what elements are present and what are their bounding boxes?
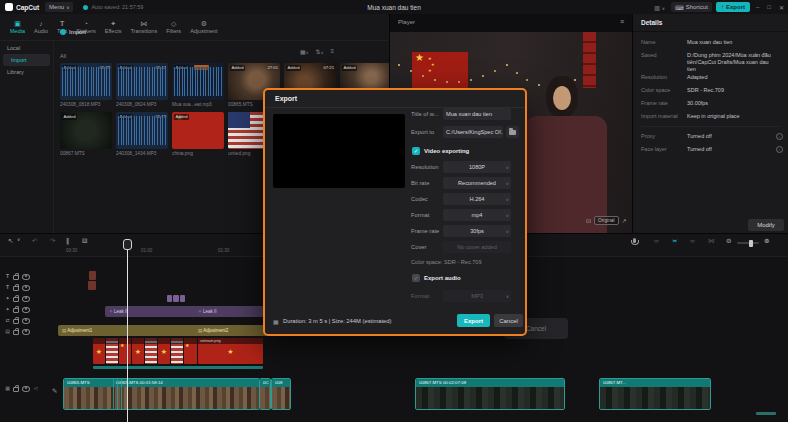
title-input[interactable]: Mua xuan dau tien xyxy=(443,108,511,120)
magnetic-snap-icon[interactable]: ≍ xyxy=(672,237,677,245)
playhead-handle[interactable] xyxy=(123,239,132,250)
video-exporting-checkbox[interactable]: ✓ xyxy=(412,147,420,155)
audio-strip[interactable] xyxy=(93,366,263,369)
link-icon[interactable]: ∞ xyxy=(654,237,659,244)
image-clip[interactable] xyxy=(158,338,170,364)
visibility-icon[interactable] xyxy=(22,329,30,335)
codec-dropdown[interactable]: H.264∨ xyxy=(443,193,511,205)
maximize-button[interactable]: □ xyxy=(765,4,773,10)
format-dropdown[interactable]: mp4∨ xyxy=(443,209,511,221)
framerate-dropdown[interactable]: 30fps∨ xyxy=(443,225,511,237)
video-clip[interactable]: 008 xyxy=(271,378,291,410)
record-voiceover-icon[interactable] xyxy=(633,238,636,243)
video-clip[interactable]: 00867.MT... xyxy=(599,378,711,410)
undo-icon[interactable]: ↶ xyxy=(32,237,37,245)
text-clip[interactable] xyxy=(88,281,96,290)
lock-icon[interactable] xyxy=(13,275,19,281)
tab-audio[interactable]: ♪Audio xyxy=(34,20,48,34)
bitrate-dropdown[interactable]: Recommended∨ xyxy=(443,177,511,189)
visibility-icon[interactable] xyxy=(22,285,30,291)
modify-button[interactable]: Modify xyxy=(748,219,784,231)
lock-icon[interactable] xyxy=(13,330,19,336)
fullscreen-icon[interactable]: ↗ xyxy=(622,217,627,224)
tab-adjustment[interactable]: ⚙Adjustment xyxy=(190,20,218,34)
image-clip[interactable] xyxy=(184,338,197,364)
export-path-input[interactable]: C:/Users/KingSpec Of... xyxy=(443,126,503,138)
layout-icon[interactable]: ▥ ∨ xyxy=(652,4,667,11)
slider-knob[interactable] xyxy=(749,240,753,247)
image-clip[interactable] xyxy=(106,338,118,364)
lock-icon[interactable] xyxy=(13,319,19,325)
player-menu-icon[interactable]: ≡ xyxy=(620,18,624,25)
lock-icon[interactable] xyxy=(13,308,19,314)
tab-media[interactable]: ▣Media xyxy=(10,20,25,34)
lock-icon[interactable] xyxy=(13,297,19,303)
lock-icon[interactable] xyxy=(13,286,19,292)
media-item[interactable]: Added Mua xua...eat.mp3 xyxy=(172,63,224,107)
auto-link-icon[interactable]: ∞ xyxy=(690,237,695,244)
tab-transitions[interactable]: ⋈Transitions xyxy=(130,20,157,34)
image-clip[interactable] xyxy=(145,338,157,364)
tab-effects[interactable]: ✦Effects xyxy=(105,20,122,34)
resolution-dropdown[interactable]: 1080P∨ xyxy=(443,161,511,173)
image-clip-vietnam[interactable]: vietnam.png xyxy=(198,338,263,364)
effect-clip[interactable] xyxy=(167,295,172,302)
minimize-button[interactable]: – xyxy=(754,4,761,10)
cover-button[interactable]: No cover added xyxy=(443,241,511,253)
export-audio-checkbox[interactable]: ✓ xyxy=(412,274,420,282)
effect-clip-leak[interactable]: ✧ Leak II xyxy=(105,306,197,317)
info-icon[interactable]: i xyxy=(776,133,783,140)
visibility-icon[interactable] xyxy=(22,386,30,392)
visibility-icon[interactable] xyxy=(22,318,30,324)
close-button[interactable]: ✕ xyxy=(777,4,786,11)
zoom-level-button[interactable]: Original xyxy=(594,216,619,225)
sidebar-item-local[interactable]: Local xyxy=(0,42,53,54)
audio-format-dropdown[interactable]: MP3∨ xyxy=(443,290,511,302)
video-clip[interactable]: 0C xyxy=(259,378,271,410)
lock-icon[interactable] xyxy=(13,387,19,393)
info-icon[interactable]: i xyxy=(776,146,783,153)
select-tool-icon[interactable]: ↖ xyxy=(8,237,13,245)
effect-clip[interactable] xyxy=(180,295,185,302)
visibility-icon[interactable] xyxy=(22,296,30,302)
timeline-zoom-slider[interactable] xyxy=(737,242,759,244)
text-clip[interactable] xyxy=(89,271,96,280)
zoom-in-icon[interactable]: ⊕ xyxy=(764,237,769,245)
browse-folder-button[interactable] xyxy=(506,126,519,138)
media-item[interactable]: ★ Added china.png xyxy=(172,112,224,156)
video-clip[interactable]: 00867.MTS 00:02:07:08 xyxy=(415,378,565,410)
sidebar-item-library[interactable]: Library xyxy=(0,66,53,78)
image-clip[interactable] xyxy=(93,338,105,364)
sidebar-item-import[interactable]: Import xyxy=(3,54,50,66)
video-clip[interactable]: 00865.MTS00865.MTS 00:01:58:14 xyxy=(63,378,260,410)
media-item[interactable]: Added 00867.MTS xyxy=(60,112,112,156)
filter-icon[interactable]: ≡ xyxy=(331,48,335,55)
redo-icon[interactable]: ↷ xyxy=(50,237,55,245)
effect-clip[interactable] xyxy=(173,295,179,302)
visibility-icon[interactable] xyxy=(22,307,30,313)
export-confirm-button[interactable]: Export xyxy=(457,314,490,327)
chevron-down-icon[interactable]: ∨ xyxy=(17,237,20,242)
mute-icon[interactable]: ◁ xyxy=(32,385,39,391)
zoom-out-icon[interactable]: ⊖ xyxy=(726,237,731,245)
edit-pencil-icon[interactable]: ✎ xyxy=(52,387,57,395)
export-top-button[interactable]: ↑Export xyxy=(716,2,750,12)
preview-axis-icon[interactable]: ⋈ xyxy=(708,237,715,245)
media-item[interactable]: Added 06:39 240308_0818.MP3 xyxy=(60,63,112,107)
cancel-button[interactable]: Cancel xyxy=(494,314,523,327)
image-clip[interactable] xyxy=(119,338,131,364)
adjustment-clip[interactable]: ▤ Adjustment1 xyxy=(58,325,198,336)
horizontal-scrollbar[interactable] xyxy=(756,412,776,415)
menu-button[interactable]: Menu∨ xyxy=(45,2,73,12)
grid-view-icon[interactable]: ▦∨ xyxy=(300,48,309,55)
media-item[interactable]: Added 06:19 240308_1434.MP3 xyxy=(116,112,168,156)
playhead[interactable] xyxy=(127,240,128,422)
image-clip[interactable] xyxy=(132,338,144,364)
shortcut-button[interactable]: ⌨Shortcut xyxy=(671,2,712,12)
media-item[interactable]: Added 06:44 240308_0824.MP3 xyxy=(116,63,168,107)
fit-screen-icon[interactable]: ⊡ xyxy=(586,217,591,224)
visibility-icon[interactable] xyxy=(22,274,30,280)
delete-icon[interactable]: ⊟ xyxy=(82,237,87,245)
image-clip[interactable] xyxy=(171,338,183,364)
sort-icon[interactable]: ⇅∨ xyxy=(316,48,324,55)
